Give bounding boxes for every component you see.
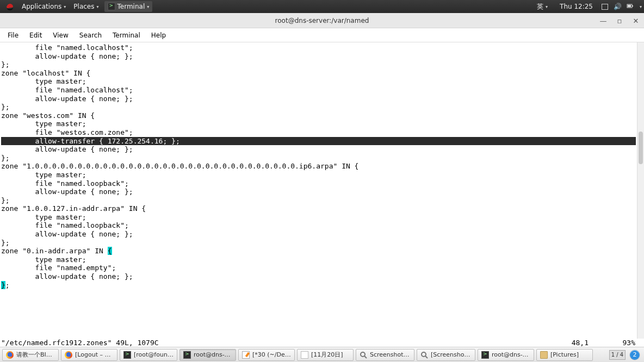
taskbar-item[interactable]: [*30 (~/De…: [238, 349, 295, 361]
terminal-line: };: [1, 239, 643, 247]
terminal-cursor-line: zone "0.in-addr.arpa" IN {: [1, 247, 643, 255]
places-label: Places: [73, 3, 94, 10]
clock[interactable]: Thu 12:25: [556, 0, 596, 13]
document-icon: [301, 351, 308, 359]
terminal-icon: [481, 351, 489, 359]
redhat-logo-icon[interactable]: [2, 0, 17, 13]
taskbar-item[interactable]: [root@foun…: [120, 349, 177, 361]
terminal-line: type master;: [1, 255, 643, 264]
terminal-line: allow-update { none; };: [1, 52, 643, 61]
terminal-line: type master;: [1, 120, 643, 128]
svg-point-3: [361, 352, 365, 357]
chevron-down-icon: ▾: [147, 4, 149, 9]
window-titlebar[interactable]: root@dns-server:/var/named — ▫ ✕: [0, 13, 644, 28]
folder-icon: [540, 351, 548, 359]
chevron-down-icon: ▾: [64, 4, 66, 9]
taskbar-item-label: [11月20日]: [311, 351, 343, 359]
volume-icon[interactable]: 🔊: [614, 3, 621, 10]
places-menu[interactable]: Places ▾: [70, 0, 102, 13]
window-title: root@dns-server:/var/named: [275, 17, 369, 24]
terminal-line: };: [1, 60, 643, 69]
firefox-icon: [6, 351, 14, 359]
terminal-viewport[interactable]: file "named.localhost"; allow-update { n…: [0, 42, 644, 339]
taskbar-item-label: root@dns-…: [194, 351, 231, 358]
terminal-line: allow-update { none; };: [1, 145, 643, 154]
firefox-icon: [65, 351, 72, 359]
input-method-indicator[interactable]: 英 ▾: [534, 0, 551, 13]
menu-label: View: [53, 32, 68, 39]
close-button[interactable]: ✕: [632, 17, 640, 25]
minimize-button[interactable]: —: [599, 17, 607, 25]
svg-rect-2: [628, 5, 631, 7]
menu-search[interactable]: Search: [74, 28, 107, 42]
scrollbar-thumb[interactable]: [639, 132, 643, 164]
terminal-line: zone "localhost" IN {: [1, 69, 643, 78]
taskbar-item[interactable]: [Pictures]: [536, 349, 593, 361]
pager-label: 1 / 4: [611, 352, 623, 358]
image-viewer-icon: [360, 351, 367, 359]
menu-label: Help: [151, 32, 166, 39]
input-method-label: 英: [537, 2, 543, 11]
accessibility-icon[interactable]: [602, 4, 608, 10]
bottom-taskbar: 请教一个BI…[Logout – …[root@foun…root@dns-…[…: [0, 347, 644, 362]
taskbar-item-label: Screenshot …: [370, 351, 411, 358]
taskbar-item[interactable]: [Logout – …: [61, 349, 117, 361]
terminal-line: };: [1, 196, 643, 205]
terminal-line: };: [1, 154, 643, 163]
clock-label: Thu 12:25: [560, 3, 593, 10]
menu-help[interactable]: Help: [146, 28, 171, 42]
svg-point-5: [422, 352, 426, 357]
terminal-line: type master;: [1, 77, 643, 86]
vim-status-line: "/etc/named.rfc1912.zones" 49L, 1079C 48…: [0, 339, 644, 347]
menu-terminal[interactable]: Terminal: [107, 28, 146, 42]
terminal-line: zone "1.0.0.0.0.0.0.0.0.0.0.0.0.0.0.0.0.…: [1, 162, 643, 171]
terminal-line: allow-update { none; };: [1, 95, 643, 103]
taskbar-item-label: 请教一个BI…: [16, 351, 52, 359]
terminal-icon: [123, 351, 131, 359]
taskbar-item[interactable]: root@dns-…: [179, 349, 236, 361]
taskbar-item[interactable]: 请教一个BI…: [2, 349, 59, 361]
active-app-menu[interactable]: Terminal ▾: [104, 1, 153, 12]
svg-line-4: [364, 356, 367, 358]
taskbar-item[interactable]: [Screenshot…: [417, 349, 475, 361]
terminal-line: };: [1, 103, 643, 111]
terminal-line-highlight: allow-transfer { 172.25.254.16; };: [1, 137, 643, 146]
menu-file[interactable]: File: [2, 28, 24, 42]
status-position: 48,1: [529, 339, 605, 347]
maximize-button[interactable]: ▫: [616, 17, 623, 25]
taskbar-item[interactable]: Screenshot …: [356, 349, 414, 361]
menu-edit[interactable]: Edit: [24, 28, 47, 42]
taskbar-item[interactable]: [11月20日]: [297, 349, 354, 361]
notification-badge[interactable]: 2: [630, 350, 640, 360]
workspace-pager[interactable]: 1 / 4: [609, 350, 626, 360]
badge-count: 2: [633, 351, 637, 358]
terminal-line: type master;: [1, 213, 643, 222]
terminal-line: zone "westos.com" IN {: [1, 111, 643, 120]
gnome-top-panel: Applications ▾ Places ▾ Terminal ▾ 英 ▾ T…: [0, 0, 644, 13]
text-editor-icon: [242, 351, 250, 359]
terminal-line: allow-update { none; };: [1, 272, 643, 281]
menu-view[interactable]: View: [47, 28, 73, 42]
terminal-line: file "named.localhost";: [1, 43, 643, 52]
taskbar-item-label: [Pictures]: [550, 351, 579, 358]
taskbar-item-label: [*30 (~/De…: [252, 351, 291, 358]
terminal-line: type master;: [1, 171, 643, 179]
applications-label: Applications: [22, 3, 61, 10]
taskbar-item-label: [Logout – …: [75, 351, 110, 358]
scrollbar[interactable]: [637, 42, 644, 339]
chevron-down-icon: ▾: [546, 4, 548, 9]
battery-icon[interactable]: [627, 2, 634, 11]
menu-label: Edit: [29, 32, 42, 39]
status-percent: 93%: [605, 339, 643, 347]
menu-label: Terminal: [113, 32, 140, 39]
image-viewer-icon: [420, 351, 428, 359]
terminal-line: file "named.empty";: [1, 264, 643, 272]
chevron-down-icon: ▾: [640, 4, 642, 9]
chevron-down-icon: ▾: [96, 4, 98, 9]
terminal-line: allow-update { none; };: [1, 188, 643, 196]
taskbar-item[interactable]: root@dns-…: [478, 349, 534, 361]
taskbar-item-label: [root@foun…: [134, 351, 174, 358]
applications-menu[interactable]: Applications ▾: [18, 0, 69, 13]
text-cursor: {: [108, 247, 112, 255]
terminal-line: file "named.loopback";: [1, 221, 643, 230]
